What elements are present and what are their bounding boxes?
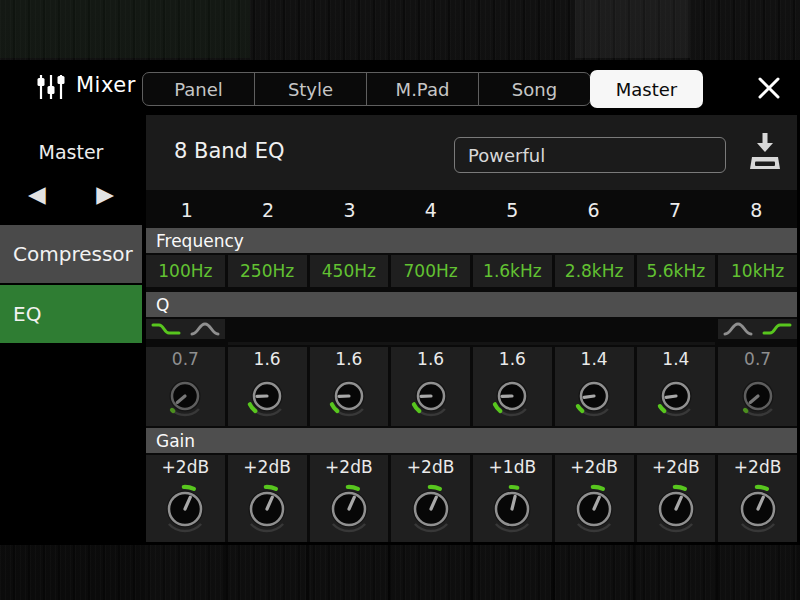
frequency-section-header: Frequency [146, 228, 797, 253]
band-number-2: 2 [227, 192, 308, 228]
knob-icon [481, 477, 543, 539]
q-knob-band-4[interactable]: 1.6 [391, 347, 470, 426]
tab-song[interactable]: Song [478, 72, 591, 106]
filter-type-selector-band-8[interactable] [718, 319, 797, 339]
close-button[interactable] [750, 70, 788, 106]
frequency-value-band-5[interactable]: 1.6kHz [473, 255, 552, 287]
q-knob-band-1[interactable]: 0.7 [146, 347, 225, 426]
q-value: 1.4 [662, 349, 689, 369]
q-value: 0.7 [172, 349, 199, 369]
gain-value: +2dB [162, 457, 210, 477]
gain-knob-band-7[interactable]: +2dB [637, 455, 716, 542]
frequency-value-row: 100Hz250Hz450Hz700Hz1.6kHz2.8kHz5.6kHz10… [146, 255, 797, 287]
band-number-1: 1 [146, 192, 227, 228]
knob-icon [241, 369, 293, 421]
gain-knob-band-1[interactable]: +2dB [146, 455, 225, 542]
device-bezel: { "window": { "title": "Mixer" }, "tabs"… [0, 0, 800, 600]
knob-icon [645, 477, 707, 539]
knob-icon [236, 477, 298, 539]
filter-type-row [146, 319, 797, 345]
q-knob-band-6[interactable]: 1.4 [555, 347, 634, 426]
band-number-4: 4 [390, 192, 471, 228]
frequency-value-band-2[interactable]: 250Hz [228, 255, 307, 287]
knob-icon [154, 477, 216, 539]
q-value: 1.6 [499, 349, 526, 369]
q-knob-band-5[interactable]: 1.6 [473, 347, 552, 426]
gain-value: +1dB [489, 457, 537, 477]
part-next-button[interactable]: ▶ [92, 181, 118, 208]
peak-filter-icon [723, 321, 753, 337]
gain-knob-band-5[interactable]: +1dB [473, 455, 552, 542]
tab-mpad[interactable]: M.Pad [366, 72, 479, 106]
tab-panel[interactable]: Panel [142, 72, 255, 106]
bezel-bottom-reflection [146, 545, 797, 600]
frequency-value-band-1[interactable]: 100Hz [146, 255, 225, 287]
knob-icon [400, 477, 462, 539]
filter-row-spacer [228, 342, 716, 346]
tab-master[interactable]: Master [590, 70, 703, 108]
gain-knob-band-8[interactable]: +2dB [718, 455, 797, 542]
gain-knob-band-3[interactable]: +2dB [310, 455, 389, 542]
sidebar-item-eq[interactable]: EQ [0, 285, 142, 343]
save-to-disk-icon [748, 131, 782, 173]
eq-title-bar: 8 Band EQ Powerful [146, 115, 797, 190]
gain-value: +2dB [407, 457, 455, 477]
knob-icon [159, 369, 211, 421]
tab-style[interactable]: Style [254, 72, 367, 106]
frequency-value-band-8[interactable]: 10kHz [718, 255, 797, 287]
band-number-row: 12345678 [146, 192, 797, 228]
gain-knob-band-2[interactable]: +2dB [228, 455, 307, 542]
close-icon [757, 76, 781, 100]
band-number-6: 6 [553, 192, 634, 228]
knob-icon [650, 369, 702, 421]
mixer-part-tabs: PanelStyleM.PadSongMaster [142, 68, 703, 110]
band-number-3: 3 [309, 192, 390, 228]
q-knob-band-3[interactable]: 1.6 [310, 347, 389, 426]
knob-icon [405, 369, 457, 421]
gain-knob-row: +2dB +2dB +2dB +2dB +1dB +2dB +2dB [146, 455, 797, 542]
mixer-sliders-icon [36, 73, 66, 101]
band-number-7: 7 [634, 192, 715, 228]
display-screen: Mixer PanelStyleM.PadSongMaster Master ◀… [0, 60, 800, 545]
q-label: Q [156, 295, 169, 315]
gain-knob-band-6[interactable]: +2dB [555, 455, 634, 542]
knob-icon [323, 369, 375, 421]
low-shelf-filter-icon [151, 321, 181, 337]
q-value: 1.4 [581, 349, 608, 369]
eq-panel: 8 Band EQ Powerful 12345678 Frequency 10… [146, 115, 797, 542]
gain-section-header: Gain [146, 428, 797, 453]
part-select-arrows: ◀ ▶ [0, 181, 142, 208]
q-value: 0.7 [744, 349, 771, 369]
page-title: Mixer [76, 73, 136, 97]
q-value: 1.6 [417, 349, 444, 369]
frequency-value-band-4[interactable]: 700Hz [391, 255, 470, 287]
band-number-8: 8 [716, 192, 797, 228]
high-shelf-filter-icon [762, 321, 792, 337]
save-button[interactable] [746, 129, 784, 175]
gain-value: +2dB [652, 457, 700, 477]
q-knob-row: 0.7 1.6 1.6 1.6 1.6 1.4 1.4 [146, 347, 797, 426]
gain-value: +2dB [570, 457, 618, 477]
part-select-label: Master [0, 141, 142, 163]
preset-selector[interactable]: Powerful [454, 137, 726, 173]
part-prev-button[interactable]: ◀ [24, 181, 50, 208]
gain-knob-band-4[interactable]: +2dB [391, 455, 470, 542]
gain-value: +2dB [325, 457, 373, 477]
q-value: 1.6 [254, 349, 281, 369]
frequency-value-band-6[interactable]: 2.8kHz [555, 255, 634, 287]
q-value: 1.6 [335, 349, 362, 369]
bezel-green-tint [0, 0, 250, 58]
frequency-value-band-7[interactable]: 5.6kHz [637, 255, 716, 287]
sidebar: Master ◀ ▶ CompressorEQ [0, 115, 142, 545]
sidebar-item-compressor[interactable]: Compressor [0, 225, 142, 283]
q-knob-band-7[interactable]: 1.4 [637, 347, 716, 426]
q-knob-band-2[interactable]: 1.6 [228, 347, 307, 426]
top-bar: Mixer PanelStyleM.PadSongMaster [0, 60, 800, 115]
frequency-label: Frequency [156, 231, 244, 251]
frequency-value-band-3[interactable]: 450Hz [310, 255, 389, 287]
filter-type-selector-band-1[interactable] [146, 319, 225, 339]
knob-icon [318, 477, 380, 539]
gain-value: +2dB [243, 457, 291, 477]
q-knob-band-8[interactable]: 0.7 [718, 347, 797, 426]
q-section-header: Q [146, 292, 797, 317]
